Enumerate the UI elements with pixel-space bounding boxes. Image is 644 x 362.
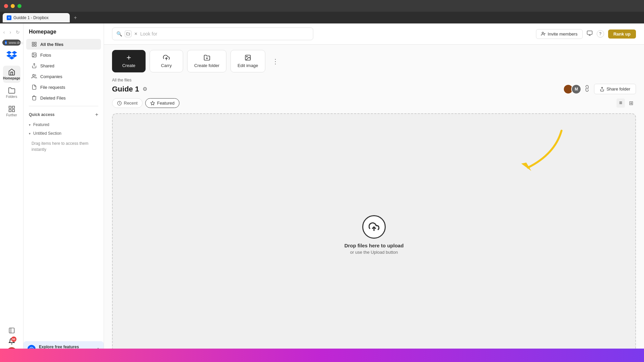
carry-button[interactable]: Carry [150, 50, 183, 72]
svg-point-14 [33, 74, 34, 76]
breadcrumb: All the files [112, 78, 636, 82]
monitor-icon[interactable] [587, 30, 593, 38]
tab-recent-label: Recent [124, 101, 138, 106]
share-folder-label: Share folder [606, 86, 630, 92]
list-view-button[interactable]: ≡ [616, 99, 625, 108]
bottom-gradient-bar [0, 349, 644, 362]
svg-rect-4 [9, 328, 14, 333]
sidebar-featured-label: Featured [33, 122, 49, 127]
carry-label: Carry [161, 63, 172, 68]
grid-view-button[interactable]: ⊞ [626, 99, 636, 108]
sidebar-companies-label: Companies [40, 74, 62, 79]
svg-rect-2 [9, 110, 11, 112]
sidebar-featured-section[interactable]: ▾ Featured [23, 120, 104, 129]
svg-point-30 [247, 56, 248, 57]
sidebar-title: Homepage [23, 29, 104, 39]
copy-link-icon[interactable] [583, 84, 593, 94]
drop-text: Drop files here to upload [344, 243, 404, 248]
nav-forward-button[interactable]: › [8, 29, 13, 36]
browser-tab-active[interactable]: G Guidde 1 - Dropbox [3, 13, 70, 22]
search-folder-button[interactable] [125, 31, 131, 37]
avatar-user2[interactable]: M [571, 84, 581, 94]
sidebar-untitled-label: Untitled Section [33, 131, 61, 136]
svg-point-18 [542, 32, 544, 34]
sidebar-nav-file-requests[interactable]: File requests [26, 82, 101, 93]
svg-rect-0 [9, 106, 11, 108]
svg-rect-1 [12, 106, 14, 108]
untitled-chevron-icon: ▾ [29, 132, 31, 135]
sidebar-nav-deleted-files[interactable]: Deleted Files [26, 93, 101, 103]
settings-gear-icon[interactable]: ⚙ [143, 86, 147, 92]
upload-arrow [501, 127, 568, 181]
sidebar-item-further[interactable]: Further [3, 103, 20, 120]
sidebar-nav-all-files[interactable]: All the files [26, 39, 101, 50]
svg-rect-3 [12, 110, 14, 112]
search-icon: 🔍 [116, 31, 122, 37]
maximize-traffic-light[interactable] [17, 4, 21, 8]
sidebar-nav-fotos[interactable]: Fotos [26, 50, 101, 60]
header-right: Invite members ? Rank up [536, 29, 636, 39]
drop-zone[interactable]: Drop files here to upload or use the Upl… [112, 113, 636, 357]
notification-bell[interactable]: 30 [8, 338, 15, 345]
drop-subtext: or use the Upload button [350, 250, 398, 255]
quick-access-add-icon[interactable]: + [95, 112, 98, 118]
sidebar-nav-shared[interactable]: Shared [26, 60, 101, 71]
rank-up-button[interactable]: Rank up [608, 29, 636, 39]
search-clear-icon[interactable]: ✕ [134, 32, 138, 36]
svg-rect-7 [32, 42, 34, 44]
invite-members-label: Invite members [548, 32, 578, 37]
create-label: Create [122, 63, 135, 68]
action-bar: Create Carry Create folder Edit image ⋮ [104, 45, 644, 72]
tab-favicon: G [7, 15, 11, 20]
sidebar: Homepage All the files Fotos Shared Comp… [23, 23, 104, 362]
tabs-row: Recent Featured ≡ ⊞ [104, 94, 644, 108]
svg-rect-8 [35, 42, 36, 44]
view-toggle: ≡ ⊞ [616, 99, 636, 108]
tab-title: Guidde 1 - Dropbox [13, 15, 49, 20]
nav-refresh-button[interactable]: ↻ [14, 29, 21, 36]
new-tab-button[interactable]: + [71, 15, 79, 21]
left-nav: ‹ › ↻ G www.dropbox.com Homepage Folders… [0, 23, 23, 362]
featured-chevron-icon: ▾ [29, 123, 31, 127]
search-bar[interactable]: 🔍 ✕ Look for [112, 27, 313, 40]
sidebar-fotos-label: Fotos [40, 53, 51, 58]
sidebar-item-folders[interactable]: Folders [3, 84, 20, 101]
search-input[interactable]: Look for [140, 31, 309, 37]
sidebar-nav-companies[interactable]: Companies [26, 71, 101, 82]
browser-titlebar [0, 0, 644, 12]
notification-count: 30 [11, 337, 16, 342]
svg-marker-33 [151, 101, 155, 105]
folder-header-right: M Share folder [563, 84, 636, 94]
address-favicon: G [5, 41, 7, 45]
sidebar-divider [29, 106, 98, 106]
more-actions-icon[interactable]: ⋮ [269, 55, 281, 68]
create-button[interactable]: Create [112, 50, 146, 72]
nav-further-label: Further [6, 113, 17, 117]
edit-image-label: Edit image [237, 63, 258, 68]
edit-image-button[interactable]: Edit image [230, 50, 265, 72]
close-traffic-light[interactable] [4, 4, 8, 8]
nav-back-button[interactable]: ‹ [2, 29, 6, 36]
main-header: 🔍 ✕ Look for Invite members ? Rank up [104, 23, 644, 45]
sidebar-all-files-label: All the files [40, 42, 63, 47]
folder-header: All the files Guide 1 ⚙ M Share folder [104, 72, 644, 94]
folder-title: Guide 1 [112, 85, 139, 94]
share-folder-button[interactable]: Share folder [594, 84, 636, 94]
main-content: 🔍 ✕ Look for Invite members ? Rank up [104, 23, 644, 362]
invite-members-button[interactable]: Invite members [536, 29, 583, 39]
minimize-traffic-light[interactable] [11, 4, 15, 8]
nav-folders-label: Folders [6, 95, 17, 99]
tab-featured[interactable]: Featured [145, 98, 179, 108]
svg-rect-10 [35, 45, 36, 46]
sidebar-deleted-files-label: Deleted Files [40, 96, 66, 101]
create-folder-button[interactable]: Create folder [187, 50, 226, 72]
sidebar-toggle-button[interactable] [7, 326, 16, 335]
help-icon[interactable]: ? [597, 30, 604, 38]
tab-recent[interactable]: Recent [112, 98, 143, 108]
sidebar-item-homepage[interactable]: Homepage [3, 66, 20, 83]
quick-access-header[interactable]: Quick access + [23, 109, 104, 120]
sidebar-untitled-section[interactable]: ▾ Untitled Section [23, 129, 104, 138]
dropbox-logo[interactable] [6, 50, 18, 62]
sidebar-shared-label: Shared [40, 63, 54, 68]
upload-circle-icon [362, 215, 386, 239]
